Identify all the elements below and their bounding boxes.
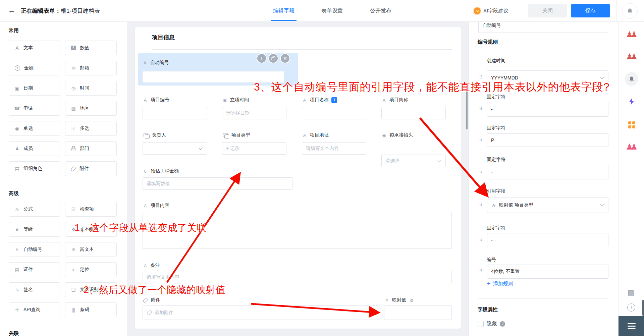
page-title: 正在编辑表单：根1-项目建档表	[21, 7, 100, 15]
divider	[152, 49, 452, 50]
number-icon: 6	[71, 46, 76, 50]
form-section-title: 项目信息	[152, 34, 175, 41]
field-type-role[interactable]: ▤组织角色	[9, 161, 60, 176]
rule-select[interactable]: A映射值 项目类型	[487, 198, 608, 213]
field-type-autonum[interactable]: #自动编号	[9, 242, 60, 257]
placeholder-text: 请选择日期	[226, 110, 250, 116]
field-type-time[interactable]: ◷时间	[65, 81, 117, 96]
field-type-member[interactable]: ♟成员	[9, 141, 60, 156]
form-field-input[interactable]: 请填写数值	[143, 177, 292, 190]
field-type-star[interactable]: ★等级	[9, 222, 60, 237]
placeholder-text: 请选择	[385, 158, 399, 164]
field-type-text[interactable]: A文本	[9, 41, 60, 55]
form-field-input[interactable]	[143, 107, 207, 119]
field-type-formula[interactable]: fx公式	[9, 202, 60, 217]
drag-handle-icon[interactable]: ⠿	[478, 106, 483, 111]
people-icon[interactable]: ♟♟	[625, 140, 638, 154]
field-type-attach[interactable]: 附件	[65, 161, 117, 176]
field-type-api[interactable]: ✛API查询	[9, 302, 60, 317]
field-type-money[interactable]: ¥金额	[9, 61, 60, 75]
ai-bulb-icon: AI	[474, 7, 481, 14]
rule-label: 引用字段	[487, 188, 505, 194]
rule-label: 创建时间	[487, 58, 505, 64]
add-circle-icon[interactable]: +	[627, 303, 635, 312]
help-icon[interactable]: ?	[500, 321, 505, 327]
add-rule-button[interactable]: + 添加规则	[487, 280, 513, 287]
apps-icon[interactable]	[625, 118, 638, 131]
field-type-pin[interactable]: ⌖定位	[65, 262, 117, 277]
radio-icon: ◉	[14, 126, 20, 131]
form-field-input[interactable]: 请填写文本内容	[302, 142, 366, 155]
field-type-phone[interactable]: ☎电话	[9, 101, 60, 116]
form-field-label: A项目编号	[143, 97, 169, 103]
copy-field-button[interactable]	[269, 54, 278, 63]
field-type-dept[interactable]: 品部门	[65, 141, 117, 156]
text-icon: A	[381, 98, 387, 103]
field-type-sign[interactable]: ∿签名	[9, 282, 60, 297]
placeholder-text: 请填写文本内容	[306, 146, 339, 152]
team-icon[interactable]: ♟♟	[625, 27, 638, 41]
toolbar-scrollbar[interactable]	[642, 300, 644, 316]
drag-handle-icon[interactable]: ⠿	[478, 75, 483, 80]
form-field-input[interactable]	[381, 107, 446, 119]
back-arrow-icon[interactable]: ←	[8, 6, 15, 15]
close-button[interactable]: 关闭	[528, 4, 567, 17]
field-type-number[interactable]: 6数值	[65, 41, 117, 55]
field-type-date[interactable]: ▣日期	[9, 81, 60, 96]
field-title-button[interactable]: T	[257, 54, 266, 63]
ai-field-suggest-button[interactable]: AI AI字段建议	[474, 5, 508, 16]
rule-input[interactable]: -	[487, 165, 608, 179]
drag-handle-icon[interactable]: ⠿	[478, 169, 483, 174]
drag-handle-icon[interactable]: ⠿	[478, 137, 483, 142]
form-field-select[interactable]	[143, 142, 207, 155]
field-type-richtext[interactable]: ≡富文本	[65, 242, 117, 257]
flash-icon[interactable]	[625, 95, 638, 108]
form-field-input[interactable]	[384, 305, 452, 320]
field-type-multi[interactable]: ☑多选	[65, 121, 117, 136]
team2-icon[interactable]: ♟♟	[625, 50, 638, 63]
form-field-input[interactable]: + 记录	[222, 142, 286, 155]
contact-card-icon[interactable]: ▤	[628, 288, 634, 296]
drag-handle-icon[interactable]: ⠿	[478, 269, 483, 274]
notification-bell-icon[interactable]	[622, 3, 638, 19]
rule-input[interactable]: -	[487, 102, 608, 117]
field-type-idcard[interactable]: ▤证件	[9, 262, 60, 277]
save-button[interactable]: 保存	[571, 4, 610, 17]
hidden-eye-icon[interactable]: ⌀	[410, 297, 413, 303]
form-field-label: 项目类型	[222, 132, 250, 138]
relation-icon	[223, 133, 228, 137]
field-type-mail[interactable]: ✉邮箱	[65, 61, 117, 75]
field-type-barcode[interactable]: |||条码	[65, 302, 117, 317]
tab-form-settings[interactable]: 表单设置	[318, 0, 346, 21]
attach-icon	[147, 310, 152, 316]
hash-icon: #	[142, 60, 148, 65]
rule-label: 固定字符	[487, 94, 505, 100]
form-field-label: 6预估工程金额	[143, 168, 179, 174]
rule-label: 固定字符	[487, 125, 505, 131]
field-type-check[interactable]: ☑检查项	[65, 202, 117, 217]
field-type-region[interactable]: ▧地区	[65, 101, 117, 116]
field-type-radio[interactable]: ◉单选	[9, 121, 60, 136]
form-field-input[interactable]: 请填写文本内容	[143, 271, 452, 283]
divider	[478, 298, 608, 299]
form-field-input[interactable]	[302, 107, 366, 119]
drag-handle-icon[interactable]: ⠿	[478, 237, 483, 242]
rule-input[interactable]: P	[487, 133, 608, 147]
form-field-input[interactable]: 添加附件	[143, 305, 380, 320]
tab-publish[interactable]: 公开发布	[367, 0, 395, 21]
field-title-input[interactable]: 自动编号	[478, 21, 608, 33]
form-field-select[interactable]: 请选择	[381, 155, 446, 167]
tab-edit-fields[interactable]: 编辑字段	[268, 0, 300, 21]
delete-field-button[interactable]	[281, 54, 289, 63]
drag-handle-icon[interactable]: ⠿	[478, 202, 483, 207]
canvas-scrollbar[interactable]	[466, 90, 468, 129]
field-properties-heading: 字段属性	[478, 306, 498, 313]
menu-button[interactable]	[619, 316, 644, 336]
text-icon: A	[143, 98, 148, 103]
form-field-input[interactable]: 请选择日期	[222, 107, 286, 119]
rule-input[interactable]: 4位数, 不重置	[487, 265, 608, 279]
annotation-note-1: 1、这个字段从单选变成了关联	[74, 221, 206, 235]
rule-input[interactable]: -	[487, 233, 608, 247]
bell-icon[interactable]	[625, 72, 638, 86]
hidden-checkbox[interactable]	[478, 321, 484, 327]
